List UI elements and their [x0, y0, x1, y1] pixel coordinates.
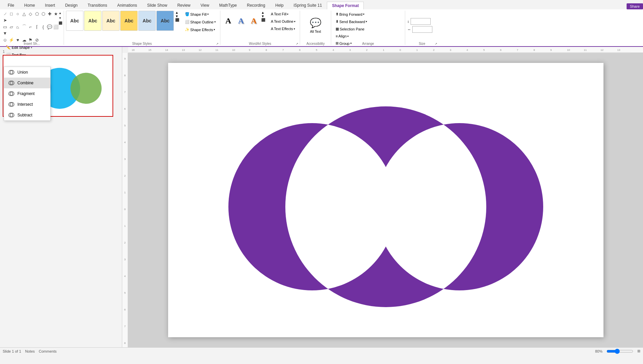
shape-list-expand[interactable]: ⬛: [57, 21, 64, 25]
shape-rounded-rect-icon[interactable]: ▭: [2, 24, 8, 30]
wordart-letter-blue[interactable]: A: [235, 11, 247, 31]
shape-brace-icon[interactable]: {: [40, 24, 46, 30]
style-swatch-scroll[interactable]: ▲ ▼ ⬛: [174, 11, 180, 22]
swatch-down-icon[interactable]: ▼: [175, 14, 179, 18]
shape-curve-icon[interactable]: ⌒: [21, 24, 27, 30]
text-fill-button[interactable]: A Text Fill ▾: [269, 11, 298, 17]
shape-parallelogram-icon[interactable]: ▱: [8, 24, 14, 30]
merge-union-item[interactable]: Union: [4, 67, 50, 78]
style-swatch-5[interactable]: Abc: [138, 11, 156, 31]
style-swatch-6[interactable]: Abc: [156, 11, 174, 31]
merge-subtract-item[interactable]: Subtract: [4, 110, 50, 120]
tab-ispring[interactable]: iSpring Suite 11: [289, 1, 327, 9]
wordart-letter-black[interactable]: A: [222, 11, 234, 31]
text-effects-button[interactable]: A Text Effects ▾: [269, 25, 298, 32]
tab-help[interactable]: Help: [270, 1, 289, 9]
shape-pentagon-icon[interactable]: ⬠: [34, 11, 40, 17]
shape-effects-button[interactable]: ✨ Shape Effects ▾: [183, 26, 218, 33]
shape-effects-arrow[interactable]: ▾: [214, 28, 215, 31]
wordart-up-icon[interactable]: ▲: [261, 11, 265, 14]
tab-insert[interactable]: Insert: [40, 1, 60, 9]
width-icon: ↔: [407, 27, 411, 31]
status-notes[interactable]: Notes: [25, 349, 35, 353]
alt-text-button[interactable]: 💬 Alt Text: [307, 16, 324, 35]
send-backward-arrow[interactable]: ▾: [366, 20, 367, 23]
share-button[interactable]: Share: [627, 3, 643, 9]
align-arrow[interactable]: ▾: [347, 35, 349, 38]
merge-combine-item[interactable]: Combine: [4, 78, 50, 88]
shape-cross-icon[interactable]: ✚: [47, 11, 53, 17]
venn-diagram: [168, 63, 603, 337]
shape-triangle-icon[interactable]: △: [21, 11, 27, 17]
ruler-left-svg: 9 8 7 6 5 4 3 2 1 0 1 2 3 4 5: [122, 53, 128, 347]
align-button[interactable]: ≡ Align ▾: [333, 33, 351, 39]
tab-animations[interactable]: Animations: [112, 1, 142, 9]
style-swatch-4[interactable]: Abc: [120, 11, 138, 31]
tab-slideshow[interactable]: Slide Show: [142, 1, 172, 9]
shape-hex-icon[interactable]: ⬡: [40, 11, 46, 17]
slide-page: [168, 63, 603, 337]
shape-outline-button[interactable]: ⬜ Shape Outline ▾: [183, 18, 218, 25]
shape-arrow-icon[interactable]: ➤: [2, 17, 8, 23]
tab-transitions[interactable]: Transitions: [83, 1, 112, 9]
shape-fill-button[interactable]: 🪣 Shape Fill ▾: [183, 11, 218, 18]
status-comments[interactable]: Comments: [39, 349, 57, 353]
size-expand[interactable]: ↗: [435, 42, 437, 46]
bring-forward-arrow[interactable]: ▾: [363, 13, 364, 16]
shape-fill-arrow[interactable]: ▾: [207, 13, 209, 16]
shape-callout-icon[interactable]: 💬: [47, 24, 53, 30]
shape-fill-icon: 🪣: [185, 12, 190, 16]
align-icon: ≡: [336, 34, 338, 38]
shape-circle-icon[interactable]: ○: [15, 11, 21, 17]
union-icon: [8, 69, 15, 76]
tab-recording[interactable]: Recording: [242, 1, 270, 9]
tab-home[interactable]: Home: [19, 1, 40, 9]
style-swatch-2[interactable]: Abc: [84, 11, 101, 31]
merge-intersect-item[interactable]: Intersect: [4, 99, 50, 110]
slide-workspace[interactable]: [128, 53, 643, 347]
selection-pane-button[interactable]: ▦ Selection Pane: [333, 25, 367, 32]
shape-styles-expand[interactable]: ↗: [216, 42, 219, 46]
style-swatch-3[interactable]: Abc: [102, 11, 120, 31]
tab-view[interactable]: View: [196, 1, 214, 9]
zoom-slider[interactable]: [606, 349, 633, 354]
tab-shape-format[interactable]: Shape Format: [327, 2, 364, 10]
wordart-expand-icon[interactable]: ⬛: [261, 18, 265, 22]
shape-list-scroll-down[interactable]: ▼: [57, 16, 64, 20]
shape-bend-icon[interactable]: ⌐: [27, 24, 33, 30]
style-swatch-1[interactable]: Abc: [66, 11, 83, 31]
swatch-up-icon[interactable]: ▲: [175, 11, 179, 14]
shape-styles-group: Abc Abc Abc Abc Abc Abc ▲ ▼ ⬛ 🪣: [64, 9, 220, 46]
shape-scroll-down-icon[interactable]: ▼: [2, 30, 8, 36]
tab-file[interactable]: File: [3, 1, 19, 9]
wordart-down-icon[interactable]: ▼: [261, 14, 265, 18]
bring-forward-button[interactable]: ⬆ Bring Forward ▾: [333, 11, 367, 18]
shape-diamond-icon[interactable]: ◇: [27, 11, 33, 17]
text-outline-button[interactable]: A Text Outline ▾: [269, 18, 298, 25]
send-backward-button[interactable]: ⬇ Send Backward ▾: [333, 18, 369, 25]
svg-text:12: 12: [199, 49, 202, 52]
shape-rect-icon[interactable]: □: [8, 11, 14, 17]
text-fill-arrow[interactable]: ▾: [287, 13, 288, 16]
selection-pane-icon: ▦: [336, 27, 339, 31]
wordart-letter-orange[interactable]: A: [248, 11, 260, 31]
shape-trapezoid-icon[interactable]: ⏢: [15, 24, 21, 30]
height-input[interactable]: [411, 18, 431, 25]
shape-bracket-icon[interactable]: ⌈: [34, 24, 40, 30]
text-outline-arrow[interactable]: ▾: [294, 20, 295, 23]
shape-outline-arrow[interactable]: ▾: [214, 20, 216, 23]
shape-outline-icon: ⬜: [185, 20, 190, 24]
width-input[interactable]: [412, 26, 432, 33]
shape-line-icon[interactable]: ⟋: [2, 11, 8, 17]
tab-review[interactable]: Review: [172, 1, 195, 9]
tab-design[interactable]: Design: [60, 1, 82, 9]
svg-text:5: 5: [124, 291, 126, 294]
wordart-expand[interactable]: ↗: [296, 42, 298, 46]
tab-mathtype[interactable]: MathType: [214, 1, 242, 9]
wordart-scroll[interactable]: ▲ ▼ ⬛: [261, 11, 266, 22]
status-fit-icon[interactable]: ⊞: [637, 349, 640, 353]
shape-list-scroll-up[interactable]: ▲: [57, 11, 64, 15]
swatch-expand-icon[interactable]: ⬛: [175, 18, 179, 22]
merge-fragment-item[interactable]: Fragment: [4, 88, 50, 99]
text-effects-arrow[interactable]: ▾: [294, 27, 295, 30]
